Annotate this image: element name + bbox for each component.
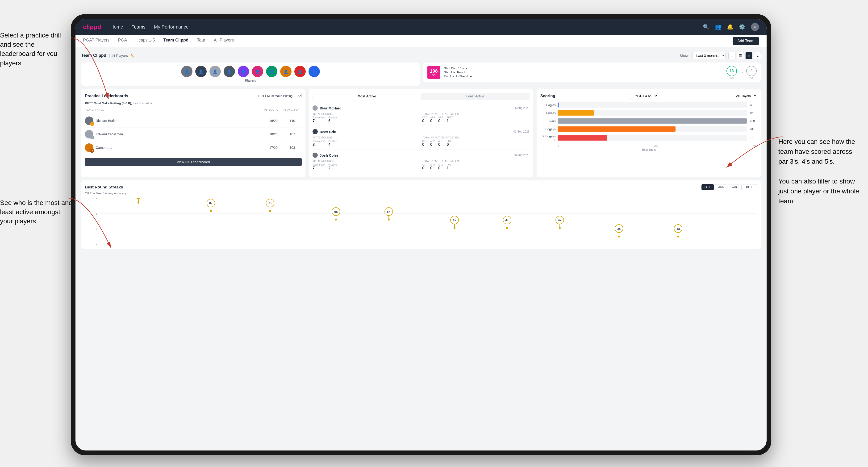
annotation-left-bottom: See who is the most and least active amo… (0, 198, 73, 226)
secondary-nav: PGAT Players PGA Hcaps 1-5 Team Clippd T… (75, 35, 767, 47)
par-filter-dropdown[interactable]: Par 3, 4 & 5s (630, 93, 658, 99)
bubble-dot-4 (335, 219, 337, 220)
nav-hcaps[interactable]: Hcaps 1-5 (135, 38, 155, 44)
list-view-btn[interactable]: ☰ (737, 52, 744, 59)
activity-player-card-1: Blair McHarg 26 Aug 2023 Total Rounds To… (312, 102, 529, 126)
nav-items: Home Teams My Performance (111, 24, 703, 30)
search-icon[interactable]: 🔍 (703, 24, 709, 30)
rounds-values-2: Tournament 8 Practice 4 (312, 140, 420, 147)
streak-bubble-4: 5x (332, 207, 340, 220)
team-player-count: | 14 Players (109, 54, 128, 58)
avg-1: 110 (283, 119, 302, 123)
filter-putt[interactable]: PUTT (743, 184, 757, 190)
player-avatar-4[interactable]: 👤 (224, 66, 235, 77)
player-avatar-5[interactable]: 👤 (238, 66, 249, 77)
bubble-dot-1 (137, 201, 140, 204)
user-avatar[interactable]: U (751, 23, 759, 31)
card-view-btn[interactable]: ▦ (745, 52, 752, 59)
player-avatar-6[interactable]: 👤 (252, 66, 263, 77)
bubble-line-8 (559, 224, 560, 227)
view-leaderboard-button[interactable]: View Full Leaderboard (85, 158, 302, 166)
period-dropdown[interactable]: Last 3 months (692, 52, 725, 59)
practice-activities-group-1: Total Practice Activities OTT 0 APP 0 (422, 113, 530, 123)
bubble-label-9: 3x (615, 224, 623, 233)
filter-app[interactable]: APP (715, 184, 727, 190)
edit-icon[interactable]: ✏️ (130, 54, 134, 58)
secondary-nav-items: PGAT Players PGA Hcaps 1-5 Team Clippd T… (83, 38, 733, 44)
nav-home[interactable]: Home (111, 24, 123, 30)
streak-bubble-1: 7x (134, 198, 143, 204)
player-avatar-7[interactable]: 👤 (266, 66, 277, 77)
player-avatar-9[interactable]: 👤 (294, 66, 306, 77)
nav-all-players[interactable]: All Players (214, 38, 234, 44)
show-label: Show: (680, 54, 689, 58)
nav-performance[interactable]: My Performance (154, 24, 189, 30)
nav-tour[interactable]: Tour (197, 38, 205, 44)
least-active-tab[interactable]: Least Active (421, 93, 530, 100)
bubble-dot-10 (677, 236, 679, 238)
badge-gold-1: 🥇 (90, 122, 94, 126)
activities-values-3: OTT 0 APP 0 ARG 0 (422, 163, 530, 170)
players-avatars: 👤 👤 👤 👤 👤 👤 👤 👤 👤 👤 (86, 66, 415, 77)
streak-bubble-10: 3x (674, 224, 682, 238)
avg-3: 103 (283, 146, 302, 150)
scoring-panel: Scoring Par 3, 4 & 5s All Players Eagles (536, 89, 761, 177)
activity-player-header-1: Blair McHarg 26 Aug 2023 (312, 105, 529, 111)
player-avatar-3[interactable]: 👤 (210, 66, 221, 77)
player-avatar-10[interactable]: 👤 (309, 66, 320, 77)
bubble-dot-6 (454, 227, 456, 229)
add-team-button[interactable]: Add Team (733, 37, 759, 45)
chart-x-label: Total Shots (540, 148, 757, 151)
nav-pga[interactable]: PGA (118, 38, 127, 44)
player-avatar-2[interactable]: 👤 (195, 66, 207, 77)
activity-stats-2: Total Rounds Tournament 8 Practice 4 (312, 136, 529, 147)
player-avatar-1[interactable]: 👤 (181, 66, 192, 77)
nav-team-clippd[interactable]: Team Clippd (163, 38, 188, 44)
bar-container-bogeys (558, 126, 747, 132)
bar-label-dbogeys: D. Bogeys + (540, 134, 556, 142)
sort-btn[interactable]: ⇅ (754, 52, 761, 59)
nav-teams[interactable]: Teams (132, 24, 146, 30)
settings-icon[interactable]: ⚙️ (739, 24, 745, 30)
bubble-dot-2 (210, 210, 212, 212)
bar-label-eagles: Eagles (540, 103, 556, 107)
streak-bubble-6: 4x (450, 216, 459, 229)
bar-fill-eagles (558, 102, 559, 107)
grid-view-btn[interactable]: ⊞ (728, 52, 736, 59)
bubble-label-3: 6x (266, 199, 274, 207)
chart-axis: 0 200 400 (540, 144, 757, 147)
players-section-row: 👤 👤 👤 👤 👤 👤 👤 👤 👤 👤 Players (81, 63, 761, 86)
leaderboard-header: PLAYER NAME PB SCORE PB AVG SQ (85, 107, 302, 112)
bell-icon[interactable]: 🔔 (727, 24, 733, 30)
streaks-subtitle: Off The Tee, Fairway Accuracy (85, 191, 757, 195)
streak-bubble-2: 6x (207, 199, 215, 212)
streak-bubble-9: 3x (615, 224, 623, 238)
annotation-right: Here you can see how the team have score… (778, 137, 863, 206)
player-filter-dropdown[interactable]: All Players (733, 93, 757, 99)
bar-value-dbogeys: 131 (750, 136, 757, 139)
most-active-tab[interactable]: Most Active (312, 93, 421, 100)
bubble-line-9 (619, 233, 619, 236)
filter-arg[interactable]: ARG (729, 184, 742, 190)
bubble-label-6: 4x (450, 216, 459, 224)
nav-icons: 🔍 👥 🔔 ⚙️ U (703, 23, 759, 31)
nav-pgat[interactable]: PGAT Players (83, 38, 110, 44)
drill-dropdown[interactable]: PUTT Must Make Putting... (255, 93, 302, 99)
filter-ott[interactable]: OTT (702, 184, 714, 190)
streak-bubble-7: 4x (503, 216, 512, 229)
scoring-header: Scoring Par 3, 4 & 5s All Players (540, 93, 757, 99)
bubble-line-3 (270, 207, 270, 210)
player-avatar-8[interactable]: 👤 (280, 66, 291, 77)
streaks-panel: Best Round Streaks OTT APP ARG PUTT Off … (81, 181, 761, 249)
bar-label-bogeys: Bogeys (540, 127, 556, 131)
people-icon[interactable]: 👥 (715, 24, 721, 30)
panel-header: Practice Leaderboards PUTT Must Make Put… (85, 93, 302, 99)
activity-player-card-2: Rees Britt 02 Sep 2023 Total Rounds Tour… (312, 126, 529, 150)
streaks-title: Best Round Streaks (85, 185, 123, 190)
shot-end: End Lie: In The Hole (444, 74, 723, 78)
activity-player-header-2: Rees Britt 02 Sep 2023 (312, 129, 529, 134)
practice-stat-1: Practice 6 (328, 116, 337, 123)
leaderboard-subtitle: PUTT Must Make Putting (3-6 ft), Last 3 … (85, 101, 302, 105)
player-info-2: 2 Edward Crossman (85, 130, 264, 138)
players-label: Players (86, 79, 415, 82)
